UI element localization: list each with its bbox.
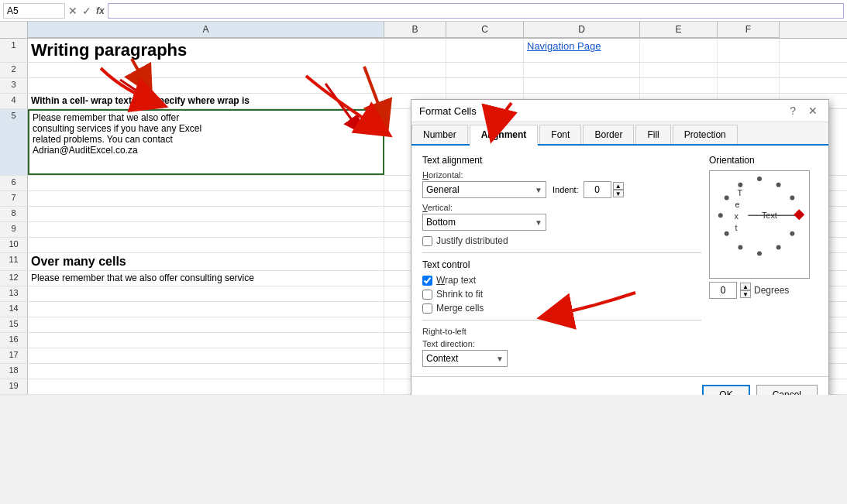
vertical-underline: V xyxy=(422,203,428,212)
cancel-button[interactable]: Cancel xyxy=(756,385,818,395)
cell-a13[interactable] xyxy=(28,286,384,301)
cell-e2[interactable] xyxy=(640,63,718,77)
cell-a17[interactable] xyxy=(28,348,384,363)
col-header-c[interactable]: C xyxy=(446,22,524,38)
row-num: 18 xyxy=(0,364,28,379)
col-header-d[interactable]: D xyxy=(524,22,640,38)
wrap-text-label: Wrap text xyxy=(436,275,476,286)
cell-c2[interactable] xyxy=(446,63,524,77)
indent-label: Indent: xyxy=(553,185,579,194)
cell-a15[interactable] xyxy=(28,317,384,332)
cell-a2[interactable] xyxy=(28,63,384,77)
cell-a18[interactable] xyxy=(28,364,384,379)
indent-down-button[interactable]: ▼ xyxy=(613,190,624,197)
orientation-down-button[interactable]: ▼ xyxy=(740,290,751,298)
vertical-value: Bottom xyxy=(426,217,456,228)
orientation-panel: Orientation xyxy=(709,155,818,367)
svg-point-19 xyxy=(718,213,723,218)
merge-cells-row: Merge cells xyxy=(422,303,701,314)
divider-1 xyxy=(422,252,701,253)
horizontal-label: Horizontal: xyxy=(422,170,701,180)
orientation-box[interactable]: T e x t Text xyxy=(709,170,810,279)
orientation-degrees-input[interactable] xyxy=(709,282,737,299)
wrap-text-checkbox[interactable] xyxy=(422,276,432,286)
cell-c1[interactable] xyxy=(446,39,524,62)
cell-b1[interactable] xyxy=(384,39,446,62)
text-direction-label: Text direction: xyxy=(422,339,701,348)
text-direction-select[interactable]: Context ▼ xyxy=(422,350,508,367)
fx-icon: fx xyxy=(96,5,105,16)
ok-button[interactable]: OK xyxy=(702,385,749,395)
cell-a6[interactable] xyxy=(28,176,384,190)
merge-cells-checkbox[interactable] xyxy=(422,303,432,314)
formula-input[interactable]: Please remember that we also offer consu… xyxy=(108,3,844,19)
vertical-select[interactable]: Bottom ▼ xyxy=(422,214,546,231)
cell-f2[interactable] xyxy=(718,63,780,77)
format-cells-dialog: Format Cells ? ✕ Number Alignment Font B… xyxy=(411,99,829,395)
svg-point-16 xyxy=(757,251,762,255)
cell-b3[interactable] xyxy=(384,78,446,93)
row-num: 17 xyxy=(0,348,28,363)
row-num: 4 xyxy=(0,94,28,108)
svg-text:e: e xyxy=(735,200,739,209)
row-num: 6 xyxy=(0,176,28,190)
shrink-to-fit-row: Shrink to fit xyxy=(422,289,701,300)
rtl-section-label: Right-to-left xyxy=(422,327,701,336)
tab-fill[interactable]: Fill xyxy=(635,125,670,144)
cell-a4[interactable]: Within a cell- wrap text and specify whe… xyxy=(28,94,384,108)
tab-alignment[interactable]: Alignment xyxy=(470,125,539,146)
help-button[interactable]: ? xyxy=(787,105,799,117)
cell-a11[interactable]: Over many cells xyxy=(28,253,384,270)
justify-distributed-checkbox[interactable] xyxy=(422,236,432,246)
horizontal-value: General xyxy=(426,184,460,195)
dialog-two-col: Text alignment Horizontal: General ▼ Ind… xyxy=(422,155,818,367)
cell-a16[interactable] xyxy=(28,333,384,348)
col-header-b[interactable]: B xyxy=(384,22,446,38)
cell-a7[interactable] xyxy=(28,191,384,206)
cell-a5[interactable]: Please remember that we also offer consu… xyxy=(28,109,384,175)
text-control-section-title: Text control xyxy=(422,259,701,270)
cell-c3[interactable] xyxy=(446,78,524,93)
confirm-formula-icon[interactable]: ✓ xyxy=(82,5,91,17)
cell-d2[interactable] xyxy=(524,63,640,77)
table-row: 1 Writing paragraphs Navigation Page xyxy=(0,39,847,63)
cell-f3[interactable] xyxy=(718,78,780,93)
cell-a10[interactable] xyxy=(28,238,384,252)
cell-d3[interactable] xyxy=(524,78,640,93)
cell-b2[interactable] xyxy=(384,63,446,77)
cell-a1[interactable]: Writing paragraphs xyxy=(28,39,384,62)
row-num: 13 xyxy=(0,286,28,301)
row-num: 10 xyxy=(0,238,28,252)
col-header-e[interactable]: E xyxy=(640,22,718,38)
cell-ref-input[interactable]: A5 xyxy=(3,3,65,19)
cell-e1[interactable] xyxy=(640,39,718,62)
tab-font[interactable]: Font xyxy=(539,125,581,144)
vertical-label-rest: ertical: xyxy=(428,203,453,212)
cell-a3[interactable] xyxy=(28,78,384,93)
cell-a14[interactable] xyxy=(28,302,384,317)
horizontal-select[interactable]: General ▼ xyxy=(422,181,546,198)
tab-protection[interactable]: Protection xyxy=(673,125,738,144)
svg-point-21 xyxy=(738,183,742,187)
cell-d1[interactable]: Navigation Page xyxy=(524,39,640,62)
cell-f1[interactable] xyxy=(718,39,780,62)
horizontal-underline: H xyxy=(422,170,429,180)
indent-up-button[interactable]: ▲ xyxy=(613,182,624,190)
indent-input[interactable] xyxy=(584,181,611,198)
text-alignment-section-title: Text alignment xyxy=(422,155,701,166)
tab-number[interactable]: Number xyxy=(411,125,468,144)
orientation-up-button[interactable]: ▲ xyxy=(740,283,751,290)
tab-border[interactable]: Border xyxy=(583,125,634,144)
cancel-formula-icon[interactable]: ✕ xyxy=(68,5,77,17)
dialog-left-panel: Text alignment Horizontal: General ▼ Ind… xyxy=(422,155,701,367)
cell-a9[interactable] xyxy=(28,222,384,237)
col-header-a[interactable]: A xyxy=(28,22,384,38)
close-dialog-button[interactable]: ✕ xyxy=(805,105,821,117)
shrink-to-fit-checkbox[interactable] xyxy=(422,290,432,300)
cell-e3[interactable] xyxy=(640,78,718,93)
col-header-f[interactable]: F xyxy=(718,22,780,38)
cell-a8[interactable] xyxy=(28,207,384,221)
cell-a19[interactable] xyxy=(28,379,384,394)
cell-a12[interactable]: Please remember that we also offer consu… xyxy=(28,271,384,286)
svg-text:T: T xyxy=(737,188,742,197)
